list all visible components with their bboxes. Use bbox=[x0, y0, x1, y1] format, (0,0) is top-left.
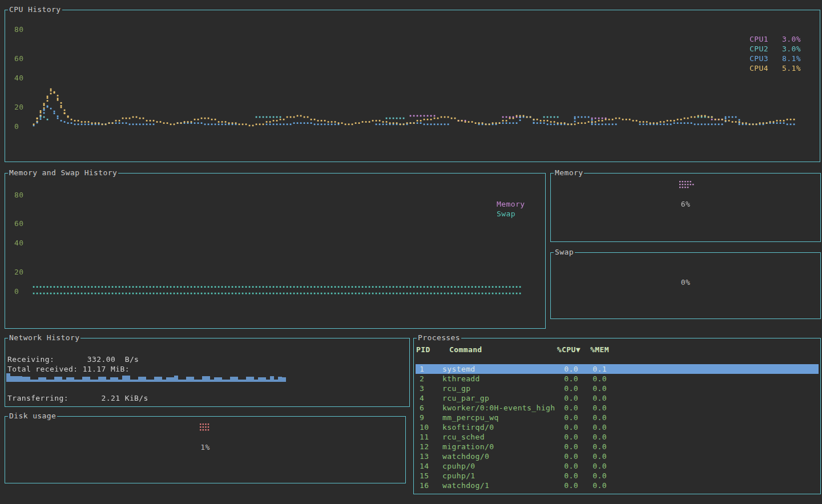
network-receiving-line: Receiving: 332.00 B/s bbox=[7, 355, 139, 364]
process-mem: 0.0 bbox=[581, 442, 607, 451]
process-mem: 0.0 bbox=[581, 471, 607, 481]
swap-percent: 0% bbox=[551, 278, 820, 287]
process-row[interactable]: 3 rcu_gp 0.0 0.0 bbox=[416, 384, 819, 393]
cpu-history-chart bbox=[5, 10, 820, 162]
process-command: ksoftirqd/0 bbox=[442, 423, 494, 432]
cpu4-legend-label: CPU4 bbox=[750, 64, 768, 73]
swap-legend-label: Swap bbox=[497, 209, 515, 219]
process-row[interactable]: 1 systemd 0.0 0.1 bbox=[416, 364, 819, 374]
cpu-axis-label-80: 80 bbox=[14, 25, 23, 34]
header-cpu-sort[interactable]: %CPU▼ bbox=[535, 345, 581, 354]
cpu2-legend-value: 3.0% bbox=[782, 45, 801, 54]
cpu1-legend-value: 3.0% bbox=[782, 35, 801, 44]
process-row[interactable]: 11 rcu_sched 0.0 0.0 bbox=[416, 432, 819, 442]
system-monitor-screen: { "colors": { "background": "#2b2b2b", "… bbox=[0, 0, 822, 504]
process-row[interactable]: 13 watchdog/0 0.0 0.0 bbox=[416, 451, 819, 461]
process-cpu: 0.0 bbox=[539, 433, 578, 442]
process-pid: 6 bbox=[420, 404, 424, 413]
disk-usage-dots bbox=[200, 424, 212, 433]
disk-percent: 1% bbox=[5, 443, 405, 452]
cpu-history-panel: CPU History 80 60 40 20 0 CPU1 3.0% CPU2… bbox=[5, 10, 820, 162]
process-mem: 0.0 bbox=[581, 452, 607, 461]
process-pid: 10 bbox=[420, 423, 429, 432]
process-command: rcu_sched bbox=[442, 433, 485, 442]
swap-gauge-title: Swap bbox=[554, 248, 575, 257]
process-pid: 16 bbox=[420, 481, 429, 490]
cpu-axis-label-20: 20 bbox=[14, 103, 23, 112]
header-pid[interactable]: PID bbox=[416, 345, 430, 354]
process-cpu: 0.0 bbox=[539, 481, 578, 490]
process-pid: 4 bbox=[420, 394, 424, 403]
process-command: watchdog/0 bbox=[442, 452, 489, 461]
process-pid: 12 bbox=[420, 442, 429, 451]
network-history-title: Network History bbox=[8, 333, 80, 342]
memswap-axis-label-80: 80 bbox=[14, 191, 23, 200]
cpu3-legend-value: 8.1% bbox=[782, 54, 801, 63]
memory-swap-history-title: Memory and Swap History bbox=[8, 168, 118, 178]
process-row[interactable]: 14 cpuhp/0 0.0 0.0 bbox=[416, 461, 819, 471]
cpu4-legend-value: 5.1% bbox=[782, 64, 801, 73]
process-mem: 0.0 bbox=[581, 384, 607, 393]
process-row[interactable]: 12 migration/0 0.0 0.0 bbox=[416, 442, 819, 451]
memory-legend-entry: Memory bbox=[497, 200, 525, 209]
memory-gauge-title: Memory bbox=[554, 168, 584, 178]
process-mem: 0.0 bbox=[581, 374, 607, 384]
disk-usage-panel: Disk usage 1% bbox=[5, 416, 406, 483]
cpu3-legend-entry: CPU3 8.1% bbox=[750, 54, 801, 63]
process-mem: 0.0 bbox=[581, 413, 607, 422]
process-command: mm_percpu_wq bbox=[442, 413, 499, 422]
process-command: kworker/0:0H-events_high bbox=[442, 404, 555, 413]
disk-usage-title: Disk usage bbox=[8, 412, 57, 421]
process-row[interactable]: 9 mm_percpu_wq 0.0 0.0 bbox=[416, 413, 819, 422]
cpu1-legend-entry: CPU1 3.0% bbox=[750, 35, 801, 44]
process-cpu: 0.0 bbox=[539, 365, 578, 374]
process-row[interactable]: 16 watchdog/1 0.0 0.0 bbox=[416, 481, 819, 490]
process-mem: 0.1 bbox=[581, 365, 607, 374]
memory-swap-history-panel: Memory and Swap History 80 60 40 20 0 Me… bbox=[5, 173, 546, 329]
process-command: systemd bbox=[442, 365, 476, 374]
memory-swap-history-chart bbox=[5, 174, 545, 328]
cpu2-legend-label: CPU2 bbox=[750, 45, 768, 54]
process-pid: 11 bbox=[420, 433, 429, 442]
process-command: rcu_par_gp bbox=[442, 394, 489, 403]
process-mem: 0.0 bbox=[581, 481, 607, 490]
swap-gauge-panel: Swap 0% bbox=[550, 252, 821, 319]
process-command: cpuhp/1 bbox=[442, 471, 476, 481]
header-mem[interactable]: %MEM bbox=[583, 345, 609, 354]
process-command: cpuhp/0 bbox=[442, 462, 476, 471]
process-row[interactable]: 15 cpuhp/1 0.0 0.0 bbox=[416, 471, 819, 481]
memory-legend-label: Memory bbox=[497, 200, 525, 209]
process-row[interactable]: 4 rcu_par_gp 0.0 0.0 bbox=[416, 393, 819, 403]
processes-panel: Processes PID Command %CPU▼ %MEM 1 syste… bbox=[413, 338, 821, 494]
process-cpu: 0.0 bbox=[539, 442, 578, 451]
process-command: rcu_gp bbox=[442, 384, 470, 393]
process-pid: 9 bbox=[420, 413, 424, 422]
process-pid: 15 bbox=[420, 471, 429, 481]
process-cpu: 0.0 bbox=[539, 384, 578, 393]
process-cpu: 0.0 bbox=[539, 452, 578, 461]
memory-percent: 6% bbox=[551, 200, 820, 209]
process-mem: 0.0 bbox=[581, 394, 607, 403]
process-row[interactable]: 6 kworker/0:0H-events_high 0.0 0.0 bbox=[416, 403, 819, 413]
process-pid: 14 bbox=[420, 462, 429, 471]
header-command[interactable]: Command bbox=[449, 345, 482, 354]
process-command: watchdog/1 bbox=[442, 481, 489, 490]
process-row[interactable]: 2 kthreadd 0.0 0.0 bbox=[416, 374, 819, 384]
process-cpu: 0.0 bbox=[539, 413, 578, 422]
network-total-received-line: Total received: 11.17 MiB: bbox=[7, 365, 130, 374]
cpu2-legend-entry: CPU2 3.0% bbox=[750, 45, 801, 54]
cpu4-legend-entry: CPU4 5.1% bbox=[750, 64, 801, 73]
process-cpu: 0.0 bbox=[539, 394, 578, 403]
process-row[interactable]: 10 ksoftirqd/0 0.0 0.0 bbox=[416, 422, 819, 432]
cpu-axis-label-60: 60 bbox=[14, 54, 23, 63]
process-cpu: 0.0 bbox=[539, 471, 578, 481]
process-command: migration/0 bbox=[442, 442, 494, 451]
network-history-panel: Network History Receiving: 332.00 B/s To… bbox=[5, 338, 410, 407]
swap-legend-entry: Swap bbox=[497, 209, 515, 219]
process-command: kthreadd bbox=[442, 374, 480, 384]
process-pid: 2 bbox=[420, 374, 424, 384]
process-pid: 3 bbox=[420, 384, 424, 393]
memory-gauge-dots bbox=[679, 181, 696, 190]
cpu-axis-label-40: 40 bbox=[14, 74, 23, 83]
memswap-axis-label-40: 40 bbox=[14, 239, 23, 248]
